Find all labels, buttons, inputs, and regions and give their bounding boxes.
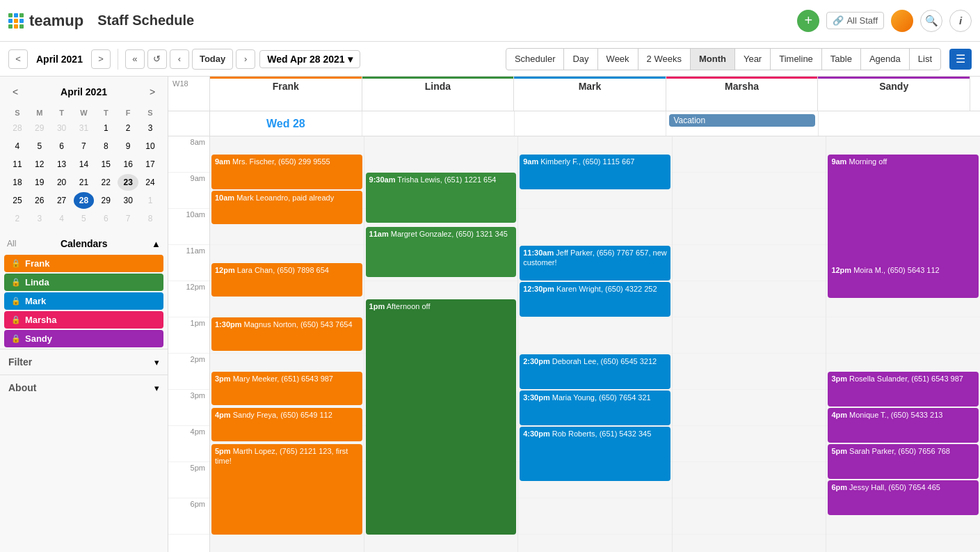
- mini-cal-day[interactable]: 9: [118, 138, 138, 155]
- vacation-event[interactable]: Vacation: [669, 114, 815, 127]
- mini-cal-day[interactable]: 25: [7, 192, 28, 209]
- all-staff-button[interactable]: 🔗 All Staff: [826, 12, 884, 29]
- mini-cal-day[interactable]: 7: [74, 138, 95, 155]
- mini-cal-day[interactable]: 1: [95, 120, 116, 136]
- event-mark-4[interactable]: 2:30pm Deborah Lee, (650) 6545 3212: [520, 354, 670, 389]
- event-frank-3[interactable]: 12pm Lara Chan, (650) 7898 654: [211, 263, 362, 297]
- sidebar-item-marsha[interactable]: 🔒 Marsha: [4, 311, 163, 329]
- mini-cal-day[interactable]: 20: [51, 174, 72, 191]
- mini-cal-day[interactable]: 6: [51, 138, 72, 155]
- mini-cal-day[interactable]: 21: [74, 174, 95, 191]
- search-button[interactable]: 🔍: [920, 10, 942, 32]
- mini-cal-day[interactable]: 10: [140, 138, 161, 155]
- calendar-body[interactable]: 8am 9am 10am 11am 12pm 1pm 2pm 3pm 4pm 5…: [168, 136, 980, 552]
- about-section[interactable]: About ▾: [0, 374, 168, 400]
- event-mark-3[interactable]: 12:30pm Karen Wright, (650) 4322 252: [520, 282, 670, 317]
- sidebar-item-sandy[interactable]: 🔒 Sandy: [4, 330, 163, 347]
- tab-timeline[interactable]: Timeline: [771, 49, 822, 70]
- event-linda-1[interactable]: 9:30am Trisha Lewis, (651) 1221 654: [366, 173, 517, 223]
- mini-cal-day[interactable]: 6: [95, 210, 116, 227]
- date-display[interactable]: Wed Apr 28 2021 ▾: [259, 50, 360, 68]
- mini-cal-day[interactable]: 12: [29, 156, 50, 173]
- mini-cal-day[interactable]: 17: [140, 156, 161, 173]
- avatar[interactable]: [891, 10, 913, 32]
- tab-day[interactable]: Day: [564, 49, 597, 70]
- event-sandy-5[interactable]: 5pm Sarah Parker, (650) 7656 768: [828, 444, 979, 479]
- prev-week-button[interactable]: «: [125, 49, 145, 69]
- mini-next-month-button[interactable]: >: [143, 82, 162, 102]
- mini-cal-day[interactable]: 4: [51, 210, 72, 227]
- sidebar-item-linda[interactable]: 🔒 Linda: [4, 274, 163, 291]
- event-sandy-4[interactable]: 4pm Monique T., (650) 5433 213: [828, 408, 979, 443]
- event-mark-1[interactable]: 9am Kimberly F., (650) 1115 667: [520, 155, 670, 189]
- event-linda-3[interactable]: 1pm Afternoon off: [366, 299, 517, 535]
- next-day-button[interactable]: ›: [236, 49, 255, 69]
- event-sandy-3[interactable]: 3pm Rosella Sulander, (651) 6543 987: [828, 372, 979, 407]
- event-mark-2[interactable]: 11:30am Jeff Parker, (656) 7767 657, new…: [520, 246, 670, 281]
- mini-cal-day[interactable]: 26: [29, 192, 50, 209]
- event-mark-6[interactable]: 4:30pm Rob Roberts, (651) 5432 345: [520, 427, 670, 481]
- sidebar-item-mark[interactable]: 🔒 Mark: [4, 292, 163, 310]
- mini-cal-day[interactable]: 1: [140, 192, 161, 209]
- mini-cal-day[interactable]: 24: [140, 174, 161, 191]
- mini-cal-day[interactable]: 29: [29, 120, 50, 136]
- calendars-header[interactable]: All Calendars ▲: [0, 234, 168, 253]
- tab-scheduler[interactable]: Scheduler: [506, 49, 565, 70]
- mini-prev-month-button[interactable]: <: [6, 82, 25, 102]
- mini-cal-day[interactable]: 30: [51, 120, 72, 136]
- tab-agenda[interactable]: Agenda: [861, 49, 910, 70]
- refresh-button[interactable]: ↺: [147, 49, 167, 69]
- mini-cal-day[interactable]: 15: [95, 156, 116, 173]
- mini-cal-day[interactable]: 27: [51, 192, 72, 209]
- next-month-button[interactable]: >: [91, 49, 111, 69]
- mini-cal-day[interactable]: 4: [7, 138, 28, 155]
- mini-cal-day[interactable]: 2: [118, 120, 138, 136]
- prev-month-button[interactable]: <: [8, 49, 28, 69]
- event-sandy-2[interactable]: 12pm Moira M., (650) 5643 112: [828, 263, 979, 298]
- mini-cal-day[interactable]: 5: [74, 210, 95, 227]
- add-event-button[interactable]: +: [797, 10, 819, 32]
- info-button[interactable]: i: [949, 10, 972, 32]
- mini-cal-day[interactable]: 18: [7, 174, 28, 191]
- event-frank-7[interactable]: 5pm Marth Lopez, (765) 2121 123, first t…: [211, 444, 362, 535]
- mini-cal-day[interactable]: 22: [95, 174, 116, 191]
- mini-cal-day[interactable]: 3: [140, 120, 161, 136]
- event-mark-5[interactable]: 3:30pm Maria Young, (650) 7654 321: [520, 391, 670, 425]
- sandy-column[interactable]: 9am Morning off 12pm Moira M., (650) 564…: [826, 136, 980, 552]
- mini-cal-day[interactable]: 23: [118, 174, 138, 191]
- frank-column[interactable]: 9am Mrs. Fischer, (650) 299 9555 10am Ma…: [210, 136, 364, 552]
- linda-column[interactable]: 9:30am Trisha Lewis, (651) 1221 654 11am…: [364, 136, 519, 552]
- event-frank-6[interactable]: 4pm Sandy Freya, (650) 6549 112: [211, 408, 362, 441]
- mini-cal-day[interactable]: 3: [29, 210, 50, 227]
- mini-cal-day[interactable]: 8: [140, 210, 161, 227]
- event-sandy-1[interactable]: 9am Morning off: [828, 155, 979, 281]
- filter-section[interactable]: Filter ▾: [0, 349, 168, 374]
- mark-column[interactable]: 9am Kimberly F., (650) 1115 667 11:30am …: [518, 136, 673, 552]
- mini-cal-day[interactable]: 14: [74, 156, 95, 173]
- mini-cal-day[interactable]: 30: [118, 192, 138, 209]
- tab-week[interactable]: Week: [598, 49, 638, 70]
- mini-cal-day[interactable]: 13: [51, 156, 72, 173]
- tab-list[interactable]: List: [910, 49, 940, 70]
- mini-cal-day[interactable]: 7: [118, 210, 138, 227]
- hamburger-menu-button[interactable]: ☰: [949, 49, 972, 70]
- event-frank-5[interactable]: 3pm Mary Meeker, (651) 6543 987: [211, 372, 362, 405]
- tab-table[interactable]: Table: [822, 49, 861, 70]
- event-sandy-6[interactable]: 6pm Jessy Hall, (650) 7654 465: [828, 480, 979, 515]
- event-frank-4[interactable]: 1:30pm Magnus Norton, (650) 543 7654: [211, 317, 362, 351]
- event-linda-2[interactable]: 11am Margret Gonzalez, (650) 1321 345: [366, 227, 517, 277]
- prev-day-button[interactable]: ‹: [170, 49, 189, 69]
- mini-cal-day[interactable]: 5: [29, 138, 50, 155]
- mini-cal-day[interactable]: 8: [95, 138, 116, 155]
- tab-month[interactable]: Month: [691, 49, 735, 70]
- today-button[interactable]: Today: [192, 49, 233, 70]
- mini-cal-day[interactable]: 28: [7, 120, 28, 136]
- tab-2weeks[interactable]: 2 Weeks: [638, 49, 691, 70]
- mini-cal-day[interactable]: 16: [118, 156, 138, 173]
- mini-cal-day[interactable]: 29: [95, 192, 116, 209]
- marsha-column[interactable]: [673, 136, 827, 552]
- mini-cal-day[interactable]: 28: [74, 192, 95, 209]
- mini-cal-day[interactable]: 31: [74, 120, 95, 136]
- mini-cal-day[interactable]: 19: [29, 174, 50, 191]
- mini-cal-day[interactable]: 11: [7, 156, 28, 173]
